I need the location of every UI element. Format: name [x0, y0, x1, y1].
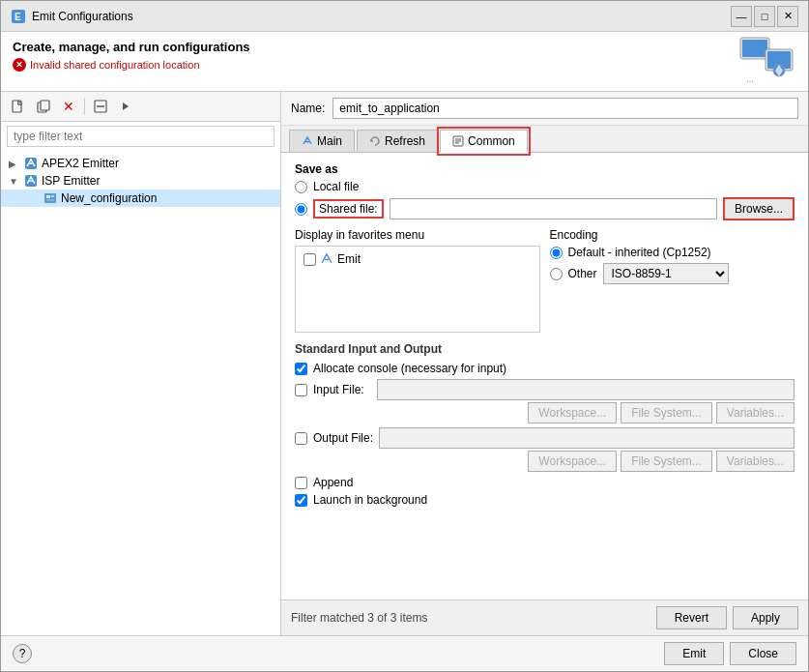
shared-file-label: Shared file: — [313, 199, 384, 219]
svg-rect-16 — [46, 195, 50, 198]
emit-checkbox[interactable] — [303, 253, 316, 266]
local-file-label: Local file — [313, 180, 359, 193]
name-input[interactable] — [332, 98, 798, 119]
name-label: Name: — [291, 102, 325, 115]
local-file-radio[interactable] — [295, 181, 307, 193]
std-io-title: Standard Input and Output — [295, 342, 795, 356]
tab-refresh-icon — [369, 135, 381, 147]
filter-input[interactable] — [7, 126, 274, 147]
bottom-bar: Filter matched 3 of 3 items Revert Apply — [281, 599, 808, 635]
launch-background-checkbox[interactable] — [295, 494, 307, 507]
save-as-title: Save as — [295, 162, 795, 176]
tab-main-label: Main — [317, 134, 342, 148]
tab-common-icon — [452, 135, 464, 147]
input-variables-button[interactable]: Variables... — [716, 402, 795, 424]
output-variables-button[interactable]: Variables... — [716, 451, 795, 472]
tree-item-isp[interactable]: ▼ ISP Emitter — [1, 172, 280, 190]
default-encoding-radio[interactable] — [550, 247, 563, 259]
footer: ? Emit Close — [1, 635, 808, 671]
apply-button[interactable]: Apply — [733, 606, 798, 629]
other-encoding-row: Other ISO-8859-1 UTF-8 UTF-16 — [550, 263, 795, 284]
tree-expand-icon: ▶ — [9, 159, 20, 169]
svg-rect-10 — [41, 101, 49, 110]
local-file-row: Local file — [295, 180, 795, 193]
input-file-label: Input File: — [313, 383, 371, 396]
help-icon[interactable]: ? — [13, 644, 32, 663]
tree-label-new-config: New_configuration — [61, 191, 157, 205]
tab-main-icon — [302, 135, 313, 147]
svg-text:E: E — [14, 12, 21, 22]
allocate-console-checkbox[interactable] — [295, 363, 307, 375]
title-bar-controls: — □ ✕ — [731, 6, 798, 27]
minimize-button[interactable]: — — [731, 6, 752, 27]
output-file-label: Output File: — [313, 431, 373, 445]
other-encoding-radio[interactable] — [550, 268, 563, 280]
shared-file-input[interactable] — [390, 198, 717, 219]
browse-button[interactable]: Browse... — [723, 197, 795, 220]
input-file-row: Input File: — [295, 379, 795, 400]
config-icon — [43, 191, 57, 205]
title-bar: E Emit Configurations — □ ✕ — [1, 1, 808, 32]
window-title: Emit Configurations — [32, 10, 133, 23]
revert-button[interactable]: Revert — [656, 606, 727, 629]
title-bar-left: E Emit Configurations — [11, 9, 133, 24]
tab-main[interactable]: Main — [289, 130, 355, 152]
apex2-icon — [24, 157, 38, 170]
close-button[interactable]: ✕ — [777, 6, 798, 27]
tree-item-apex2[interactable]: ▶ APEX2 Emitter — [1, 155, 280, 172]
input-file-checkbox[interactable] — [295, 384, 307, 396]
expand-button[interactable] — [114, 96, 137, 117]
maximize-button[interactable]: □ — [754, 6, 775, 27]
encoding-col: Encoding Default - inherited (Cp1252) Ot… — [550, 228, 795, 333]
display-box: Emit — [295, 246, 540, 333]
input-filesystem-button[interactable]: File System... — [621, 402, 712, 424]
error-icon: ✕ — [13, 58, 26, 72]
footer-buttons: Emit Close — [664, 642, 796, 665]
collapse-button[interactable] — [89, 96, 112, 117]
encoding-select[interactable]: ISO-8859-1 UTF-8 UTF-16 — [603, 263, 729, 284]
bottom-buttons: Revert Apply — [656, 606, 798, 629]
error-line: ✕ Invalid shared configuration location — [13, 58, 250, 72]
append-checkbox[interactable] — [295, 477, 307, 489]
window-header: Create, manage, and run configurations ✕… — [1, 32, 808, 92]
tab-refresh[interactable]: Refresh — [357, 130, 438, 152]
output-file-checkbox[interactable] — [295, 432, 307, 445]
tree-item-new-config[interactable]: New_configuration — [1, 190, 280, 207]
new-config-button[interactable] — [7, 96, 30, 117]
shared-file-radio[interactable] — [295, 203, 307, 216]
output-workspace-button[interactable]: Workspace... — [528, 451, 617, 472]
input-file-btn-row: Workspace... File System... Variables... — [295, 402, 795, 424]
input-file-input[interactable] — [377, 379, 795, 400]
svg-rect-3 — [742, 40, 767, 57]
output-filesystem-button[interactable]: File System... — [621, 451, 712, 472]
other-encoding-label: Other — [568, 267, 597, 280]
emit-button[interactable]: Emit — [664, 642, 724, 665]
svg-marker-12 — [123, 102, 129, 110]
error-text: Invalid shared configuration location — [30, 59, 200, 71]
panel-content: Save as Local file Shared file: Browse..… — [281, 153, 808, 599]
emit-logo: … — [738, 36, 796, 87]
copy-config-button[interactable] — [32, 96, 55, 117]
filter-status: Filter matched 3 of 3 items — [291, 611, 427, 625]
default-encoding-row: Default - inherited (Cp1252) — [550, 246, 795, 259]
tab-common[interactable]: Common — [440, 130, 528, 153]
allocate-console-label: Allocate console (necessary for input) — [313, 362, 506, 375]
filter-container — [1, 122, 280, 151]
svg-rect-17 — [51, 195, 54, 197]
save-as-section: Save as Local file Shared file: Browse..… — [295, 162, 795, 220]
output-file-row: Output File: — [295, 427, 795, 449]
output-file-input[interactable] — [379, 427, 795, 449]
left-panel: ✕ ▶ — [1, 92, 281, 635]
encoding-title: Encoding — [550, 228, 795, 242]
display-col: Display in favorites menu Emit — [295, 228, 540, 333]
allocate-console-row: Allocate console (necessary for input) — [295, 362, 795, 375]
svg-text:…: … — [746, 75, 754, 84]
append-label: Append — [313, 476, 353, 489]
tree-expand-isp-icon: ▼ — [9, 176, 20, 187]
name-row: Name: — [281, 92, 808, 126]
input-workspace-button[interactable]: Workspace... — [528, 402, 617, 424]
footer-close-button[interactable]: Close — [730, 642, 796, 665]
emit-item-icon — [320, 252, 333, 266]
delete-config-button[interactable]: ✕ — [57, 96, 80, 117]
two-col-section: Display in favorites menu Emit — [295, 228, 795, 333]
